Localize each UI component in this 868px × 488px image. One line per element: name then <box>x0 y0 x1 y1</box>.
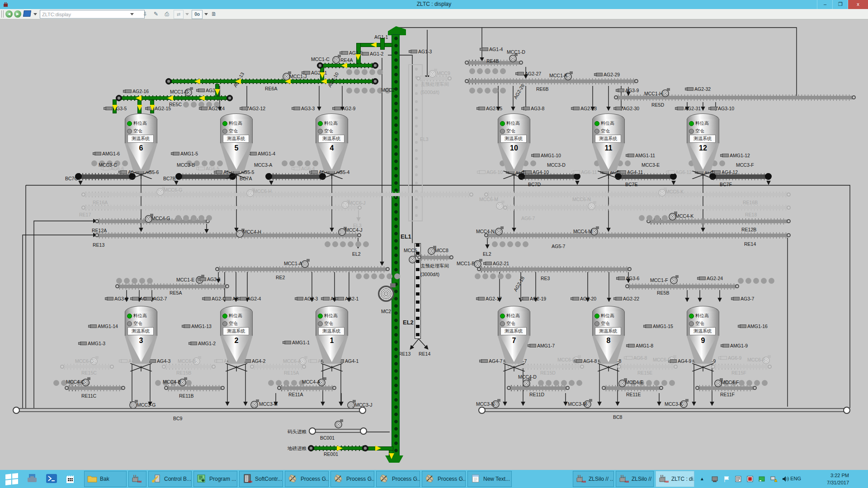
valve-icon[interactable] <box>125 89 132 93</box>
valve-icon[interactable] <box>626 356 632 360</box>
conveyor-BC7A[interactable] <box>269 174 323 179</box>
temperature-system-button[interactable]: 测温系统 <box>500 135 527 143</box>
fan-icon[interactable] <box>301 260 309 268</box>
elevator-el1[interactable] <box>392 34 400 457</box>
valve-icon[interactable] <box>628 344 635 347</box>
conveyor-RE11F[interactable] <box>698 386 754 390</box>
valve-icon[interactable] <box>107 297 113 300</box>
valve-icon[interactable] <box>523 107 530 110</box>
quick-server-manager-icon[interactable] <box>26 472 42 486</box>
conveyor-RE11B[interactable] <box>167 386 222 390</box>
conveyor-RE11D[interactable] <box>510 386 566 390</box>
silo-8[interactable]: 料位高空仓测温系统8 <box>592 306 625 372</box>
valve-icon[interactable] <box>677 107 684 110</box>
valve-icon[interactable] <box>190 342 197 345</box>
temperature-system-button[interactable]: 测温系统 <box>595 327 621 335</box>
silo-4[interactable]: 料位高空仓测温系统4 <box>316 113 348 179</box>
valve-icon[interactable] <box>572 297 579 300</box>
valve-icon[interactable] <box>573 170 580 174</box>
temperature-system-button[interactable]: 测温系统 <box>223 327 249 335</box>
valve-icon[interactable] <box>733 297 740 300</box>
valve-icon[interactable] <box>618 277 625 280</box>
fan-icon[interactable] <box>347 401 355 409</box>
taskbar-button-zltc-di-[interactable]: ABBZLTC : di... <box>656 471 694 487</box>
valve-icon[interactable] <box>204 297 211 300</box>
conveyor-RE5B[interactable] <box>628 285 736 288</box>
combobox-caret[interactable] <box>130 13 134 15</box>
conveyor-RE11E[interactable] <box>605 386 660 390</box>
conveyor-BC7C[interactable] <box>78 174 132 179</box>
valve-icon[interactable] <box>522 297 529 300</box>
valve-icon[interactable] <box>90 324 97 328</box>
tray-network-icon[interactable] <box>770 475 778 483</box>
close-button[interactable]: x <box>848 0 868 9</box>
temperature-system-button[interactable]: 测温系统 <box>500 327 527 335</box>
valve-icon[interactable] <box>517 72 524 75</box>
tray-alarm-icon[interactable] <box>746 475 754 483</box>
tray-flag-icon[interactable] <box>723 475 731 483</box>
valve-icon[interactable] <box>410 50 417 53</box>
valve-icon[interactable] <box>618 89 624 92</box>
valve-icon[interactable] <box>240 297 246 300</box>
valve-icon[interactable] <box>596 73 603 76</box>
valve-icon[interactable] <box>478 297 485 300</box>
taskbar-button-softcontr-[interactable]: ABBSoftContr... <box>239 471 283 487</box>
fan-icon[interactable] <box>332 56 340 64</box>
import-icon[interactable]: ⇩ <box>141 10 149 18</box>
valve-icon[interactable] <box>293 107 300 110</box>
conveyor-RE15B[interactable] <box>165 365 212 368</box>
fan-icon[interactable] <box>409 256 416 263</box>
valve-icon[interactable] <box>722 154 729 157</box>
temperature-system-button[interactable]: 测温系统 <box>318 135 344 143</box>
tray-card-icon[interactable] <box>758 475 766 483</box>
zero-badge-icon[interactable]: 0o <box>192 10 203 19</box>
transfer-icon[interactable]: ⇄ <box>174 10 184 19</box>
fan-icon[interactable] <box>474 260 481 268</box>
tray-language[interactable]: ENG <box>790 476 801 481</box>
conveyor-BC8[interactable] <box>481 408 847 412</box>
conveyor-MCC8-conv[interactable] <box>420 256 450 259</box>
conveyor-RE11C[interactable] <box>68 386 122 390</box>
taskbar-button-control-b-[interactable]: Control B... <box>148 471 192 487</box>
valve-icon[interactable] <box>198 89 205 92</box>
conveyor-RE3[interactable] <box>480 267 628 271</box>
valve-icon[interactable] <box>199 277 206 281</box>
conveyor-RE16A[interactable] <box>85 193 470 196</box>
conveyor-BC9[interactable] <box>16 408 363 412</box>
silo-11[interactable]: 料位高空仓测温系统11 <box>592 113 625 179</box>
valve-icon[interactable] <box>615 107 622 110</box>
valve-icon[interactable] <box>94 152 101 155</box>
conveyor-RE15E[interactable] <box>620 365 675 368</box>
cube-dropdown-caret[interactable] <box>33 13 37 15</box>
conveyor-RE2[interactable] <box>218 267 387 271</box>
tray-clock[interactable]: 3:22 PM 7/31/2017 <box>827 472 849 486</box>
valve-icon[interactable] <box>668 170 675 174</box>
valve-icon[interactable] <box>341 51 348 55</box>
restore-button[interactable]: ❐ <box>832 0 848 9</box>
temperature-system-button[interactable]: 测温系统 <box>127 327 154 335</box>
temperature-system-button[interactable]: 测温系统 <box>127 135 154 143</box>
valve-icon[interactable] <box>105 107 112 110</box>
fan-icon[interactable] <box>156 188 164 196</box>
tray-device-icon[interactable] <box>711 475 719 483</box>
back-button[interactable]: ◄ <box>5 10 13 18</box>
valve-icon[interactable] <box>481 47 488 51</box>
fan-icon[interactable] <box>509 55 517 62</box>
valve-icon[interactable] <box>201 107 208 110</box>
valve-icon[interactable] <box>687 87 693 91</box>
minimize-button[interactable]: – <box>817 0 833 9</box>
taskbar-button-bak[interactable]: Bak <box>84 471 127 487</box>
conveyor-RE6B[interactable] <box>468 80 635 83</box>
conveyor-RE16B[interactable] <box>487 193 788 196</box>
valve-icon[interactable] <box>645 324 652 328</box>
valve-icon[interactable] <box>132 297 139 300</box>
valve-icon[interactable] <box>740 324 746 328</box>
display-address-combobox[interactable] <box>40 10 145 19</box>
valve-icon[interactable] <box>80 342 87 345</box>
valve-icon[interactable] <box>481 359 488 363</box>
valve-icon[interactable] <box>710 107 717 110</box>
start-button[interactable] <box>4 473 22 485</box>
toolbar-grip[interactable] <box>1 10 4 18</box>
valve-icon[interactable] <box>337 297 344 300</box>
conveyor-RE14[interactable] <box>487 234 788 237</box>
